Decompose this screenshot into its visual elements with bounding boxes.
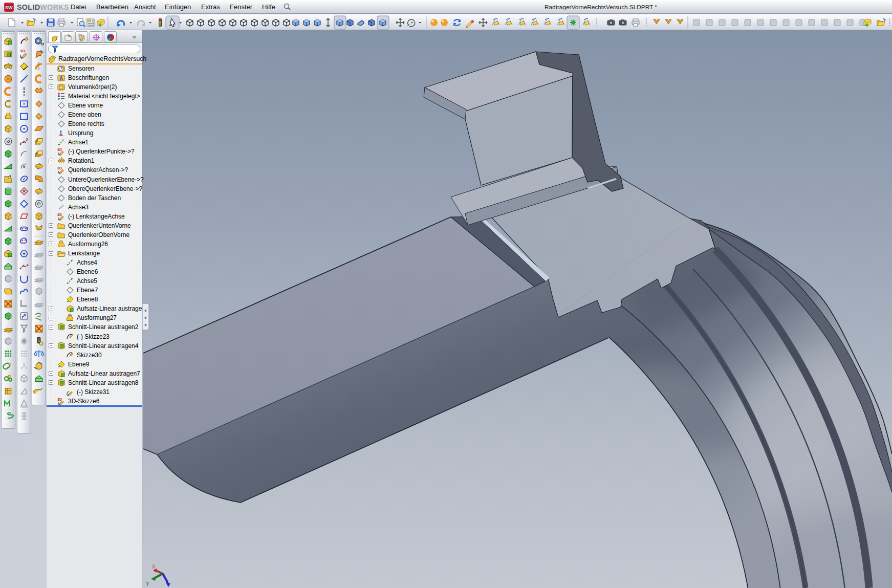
svg-text:A: A xyxy=(59,76,63,81)
svg-text:3D: 3D xyxy=(57,213,62,216)
svg-text:X: X xyxy=(152,564,156,570)
svg-text:SW: SW xyxy=(5,5,13,10)
svg-text:3D: 3D xyxy=(20,49,25,53)
svg-text:3D: 3D xyxy=(57,398,62,401)
svg-text:3D: 3D xyxy=(57,148,62,151)
svg-text:Y: Y xyxy=(146,581,149,587)
svg-text:3D: 3D xyxy=(57,166,62,170)
